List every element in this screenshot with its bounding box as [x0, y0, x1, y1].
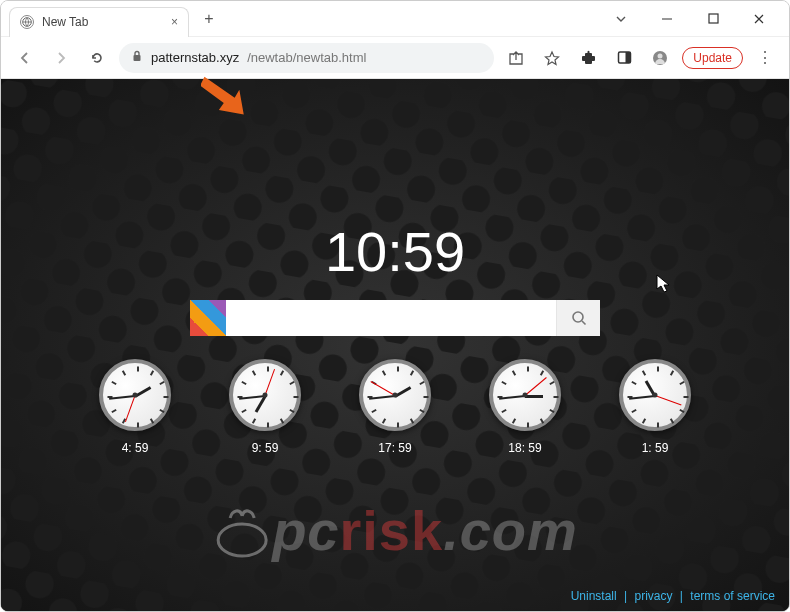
search-logo-icon [190, 300, 226, 336]
titlebar: New Tab × + [1, 1, 789, 37]
search-bar [190, 300, 600, 336]
clock-label: 4: 59 [122, 441, 149, 455]
main-clock-time: 10:59 [325, 219, 465, 284]
close-window-button[interactable] [741, 4, 777, 34]
lock-icon [131, 50, 143, 65]
back-button[interactable] [11, 44, 39, 72]
svg-rect-3 [134, 55, 141, 61]
svg-rect-5 [625, 52, 630, 63]
world-clock: 1: 59 [619, 359, 691, 455]
uninstall-link[interactable]: Uninstall [571, 589, 617, 603]
clock-face [229, 359, 301, 431]
clock-label: 17: 59 [378, 441, 411, 455]
separator: | [680, 589, 683, 603]
profile-icon[interactable] [646, 44, 674, 72]
page-content: 10:59 4: 599: 5917: 5918: 591: 59 Uninst… [1, 79, 789, 612]
clock-face [359, 359, 431, 431]
search-input[interactable] [226, 300, 556, 336]
svg-point-7 [658, 53, 663, 58]
side-panel-icon[interactable] [610, 44, 638, 72]
update-label: Update [693, 51, 732, 65]
menu-button[interactable]: ⋮ [751, 48, 779, 67]
svg-rect-2 [709, 14, 718, 23]
svg-point-12 [573, 312, 583, 322]
background-pattern [1, 79, 789, 612]
extensions-icon[interactable] [574, 44, 602, 72]
clock-label: 9: 59 [252, 441, 279, 455]
search-icon [571, 310, 587, 326]
clock-face [99, 359, 171, 431]
tab-search-icon[interactable] [603, 4, 639, 34]
clock-label: 18: 59 [508, 441, 541, 455]
close-tab-icon[interactable]: × [171, 15, 178, 29]
clock-label: 1: 59 [642, 441, 669, 455]
svg-rect-11 [1, 79, 789, 612]
forward-button[interactable] [47, 44, 75, 72]
browser-toolbar: patternstab.xyz/newtab/newtab.html Updat… [1, 37, 789, 79]
maximize-button[interactable] [695, 4, 731, 34]
globe-icon [20, 15, 34, 29]
address-bar[interactable]: patternstab.xyz/newtab/newtab.html [119, 43, 494, 73]
update-button[interactable]: Update [682, 47, 743, 69]
svg-line-13 [582, 321, 586, 325]
terms-link[interactable]: terms of service [690, 589, 775, 603]
search-button[interactable] [556, 300, 600, 336]
tab-title: New Tab [42, 15, 88, 29]
browser-tab[interactable]: New Tab × [9, 7, 189, 37]
privacy-link[interactable]: privacy [634, 589, 672, 603]
url-path: /newtab/newtab.html [247, 50, 366, 65]
world-clock: 9: 59 [229, 359, 301, 455]
clock-face [619, 359, 691, 431]
bookmark-star-icon[interactable] [538, 44, 566, 72]
world-clock: 18: 59 [489, 359, 561, 455]
share-icon[interactable] [502, 44, 530, 72]
world-clocks-row: 4: 599: 5917: 5918: 591: 59 [1, 359, 789, 455]
reload-button[interactable] [83, 44, 111, 72]
world-clock: 17: 59 [359, 359, 431, 455]
separator: | [624, 589, 627, 603]
clock-face [489, 359, 561, 431]
footer-links: Uninstall | privacy | terms of service [571, 589, 775, 603]
new-tab-button[interactable]: + [195, 5, 223, 33]
minimize-button[interactable] [649, 4, 685, 34]
world-clock: 4: 59 [99, 359, 171, 455]
url-host: patternstab.xyz [151, 50, 239, 65]
